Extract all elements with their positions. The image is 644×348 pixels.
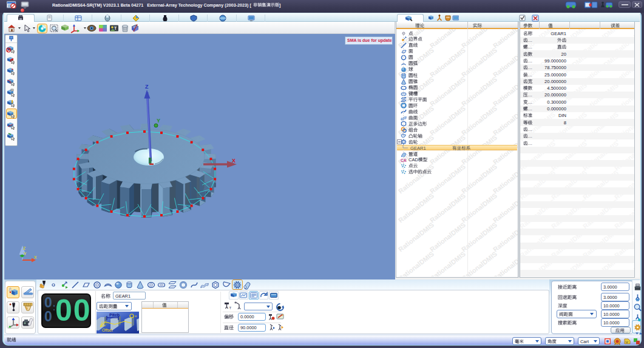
svg-text:X: X bbox=[232, 158, 236, 164]
svg-text:Y: Y bbox=[24, 252, 27, 256]
svg-text:Y: Y bbox=[157, 118, 160, 124]
svg-text:Offset: Offset bbox=[102, 328, 112, 332]
svg-text:RationalDMIS: RationalDMIS bbox=[429, 29, 467, 50]
svg-text:RationalDMIS: RationalDMIS bbox=[429, 250, 467, 276]
svg-text:RationalDMIS: RationalDMIS bbox=[460, 29, 498, 50]
svg-text:RationalDMIS: RationalDMIS bbox=[460, 250, 498, 276]
svg-text:RationalDMIS: RationalDMIS bbox=[492, 29, 518, 50]
svg-text:Pitch: Pitch bbox=[109, 313, 120, 317]
svg-text:CAD: CAD bbox=[401, 158, 407, 162]
svg-text:RationalDMIS: RationalDMIS bbox=[397, 250, 435, 276]
svg-text:Z: Z bbox=[145, 84, 149, 90]
svg-text:U: U bbox=[626, 340, 628, 344]
svg-text:T: T bbox=[114, 26, 117, 30]
svg-text:Z: Z bbox=[23, 246, 26, 250]
svg-text:T: T bbox=[229, 306, 232, 310]
svg-text:X: X bbox=[34, 255, 37, 259]
